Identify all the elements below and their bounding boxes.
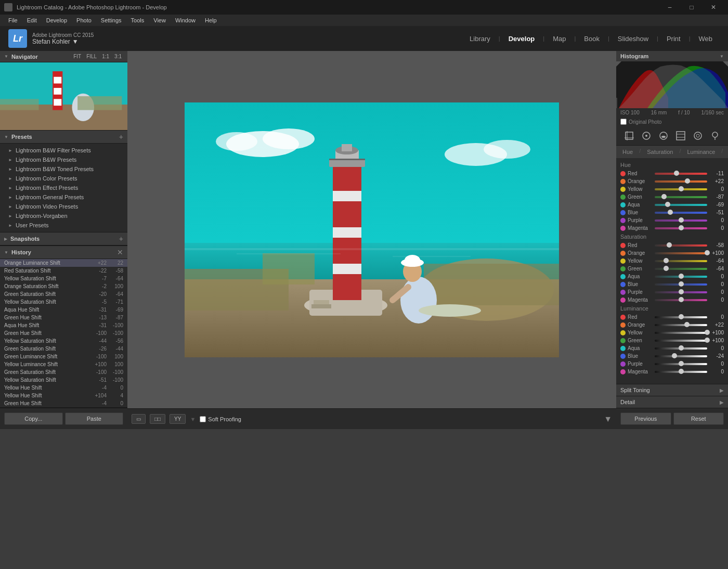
hsl-saturation-orange-slider[interactable] <box>655 252 707 254</box>
detail-header[interactable]: Detail ▶ <box>616 396 728 408</box>
menu-file[interactable]: File <box>4 16 22 24</box>
preset-vorgaben[interactable]: ► Lightroom-Vorgaben <box>0 211 127 221</box>
hsl-hue-magenta-thumb[interactable] <box>679 225 684 230</box>
hsl-luminance-yellow-thumb[interactable] <box>705 330 710 335</box>
hsl-luminance-orange-dot[interactable] <box>620 322 626 328</box>
hsl-hue-red-dot[interactable] <box>620 171 626 176</box>
menu-view[interactable]: View <box>149 16 170 24</box>
hsl-saturation-red-thumb[interactable] <box>667 242 672 248</box>
soft-proofing-toggle[interactable]: Soft Proofing <box>200 416 241 422</box>
history-item-17[interactable]: Yellow Hue Shift +104 4 <box>0 392 127 399</box>
hsl-hue-aqua-dot[interactable] <box>620 202 626 208</box>
hsl-tab-luminance[interactable]: Luminance <box>685 148 717 156</box>
split-toning-header[interactable]: Split Toning ▶ <box>616 384 728 396</box>
hsl-saturation-aqua-slider[interactable] <box>655 276 707 278</box>
presets-add-button[interactable]: + <box>119 133 123 141</box>
history-item-11[interactable]: Green Saturation Shift -26 -44 <box>0 345 127 353</box>
hsl-luminance-orange-slider[interactable] <box>655 324 707 326</box>
navigator-thumbnail[interactable] <box>0 62 127 130</box>
hsl-tab-hue[interactable]: Hue <box>620 148 635 156</box>
snapshots-header[interactable]: ▶ Snapshots + <box>0 232 127 245</box>
hsl-hue-blue-slider[interactable] <box>655 212 707 214</box>
hsl-luminance-purple-dot[interactable] <box>620 361 626 367</box>
tab-print[interactable]: Print <box>659 33 688 45</box>
hsl-hue-purple-thumb[interactable] <box>679 217 684 223</box>
hsl-luminance-purple-slider[interactable] <box>655 363 707 365</box>
adjustment-brush-tool[interactable] <box>708 130 722 142</box>
zoom-fill-btn[interactable]: FILL <box>85 53 98 60</box>
preset-video[interactable]: ► Lightroom Video Presets <box>0 202 127 211</box>
hsl-luminance-yellow-slider[interactable] <box>655 332 707 334</box>
tab-web[interactable]: Web <box>692 33 720 45</box>
hsl-saturation-purple-thumb[interactable] <box>679 289 684 294</box>
hsl-hue-green-dot[interactable] <box>620 195 626 200</box>
history-item-5[interactable]: Yellow Saturation Shift -5 -71 <box>0 298 127 306</box>
previous-button[interactable]: Previous <box>620 412 671 425</box>
hsl-hue-green-slider[interactable] <box>655 196 707 198</box>
preset-user[interactable]: ► User Presets <box>0 221 127 230</box>
history-item-1[interactable]: Red Saturation Shift -22 -58 <box>0 267 127 275</box>
zoom-1to1-btn[interactable]: 1:1 <box>100 53 111 60</box>
hsl-hue-aqua-thumb[interactable] <box>665 202 670 207</box>
hsl-hue-orange-slider[interactable] <box>655 180 707 183</box>
menu-tools[interactable]: Tools <box>127 16 149 24</box>
hsl-hue-purple-slider[interactable] <box>655 219 707 222</box>
spot-removal-tool[interactable] <box>639 130 654 142</box>
original-photo-toggle[interactable]: Original Photo <box>616 117 728 126</box>
crop-overlay-tool[interactable] <box>622 130 636 142</box>
hsl-saturation-purple-slider[interactable] <box>655 291 707 293</box>
hsl-hue-red-slider[interactable] <box>655 173 707 175</box>
hsl-tab-saturation[interactable]: Saturation <box>645 148 675 156</box>
hsl-hue-orange-thumb[interactable] <box>685 178 690 184</box>
radial-filter-tool[interactable] <box>691 130 705 142</box>
red-eye-correction-tool[interactable] <box>656 130 671 142</box>
hsl-luminance-green-slider[interactable] <box>655 340 707 342</box>
hsl-luminance-green-thumb[interactable] <box>705 338 710 343</box>
hsl-luminance-aqua-dot[interactable] <box>620 346 626 351</box>
compare-view-btn[interactable]: YY <box>170 414 186 424</box>
history-item-15[interactable]: Yellow Saturation Shift -51 -100 <box>0 376 127 384</box>
history-close-button[interactable]: ✕ <box>117 248 123 256</box>
hsl-saturation-aqua-dot[interactable] <box>620 274 626 279</box>
history-item-0[interactable]: Orange Luminance Shift +22 22 <box>0 259 127 267</box>
preset-bw-filter[interactable]: ► Lightroom B&W Filter Presets <box>0 146 127 155</box>
history-item-4[interactable]: Green Saturation Shift -20 -64 <box>0 290 127 298</box>
hsl-luminance-magenta-slider[interactable] <box>655 371 707 373</box>
menu-window[interactable]: Window <box>171 16 200 24</box>
hsl-luminance-blue-slider[interactable] <box>655 355 707 357</box>
hsl-luminance-red-thumb[interactable] <box>679 314 684 319</box>
hsl-saturation-green-thumb[interactable] <box>664 266 669 271</box>
reset-button[interactable]: Reset <box>673 412 724 425</box>
hsl-saturation-red-slider[interactable] <box>655 244 707 247</box>
hsl-hue-yellow-dot[interactable] <box>620 187 626 192</box>
preset-general[interactable]: ► Lightroom General Presets <box>0 192 127 202</box>
hsl-luminance-magenta-dot[interactable] <box>620 369 626 374</box>
snapshots-add-button[interactable]: + <box>119 235 123 243</box>
tab-slideshow[interactable]: Slideshow <box>610 33 656 45</box>
hsl-hue-magenta-slider[interactable] <box>655 227 707 229</box>
hsl-luminance-blue-dot[interactable] <box>620 354 626 359</box>
hsl-luminance-aqua-thumb[interactable] <box>679 345 684 351</box>
history-item-18[interactable]: Green Hue Shift -4 0 <box>0 399 127 407</box>
history-item-14[interactable]: Green Saturation Shift -100 -100 <box>0 368 127 376</box>
hsl-luminance-magenta-thumb[interactable] <box>679 369 684 374</box>
hsl-hue-blue-thumb[interactable] <box>668 210 673 215</box>
zoom-3to1-btn[interactable]: 3:1 <box>113 53 123 60</box>
hsl-saturation-green-dot[interactable] <box>620 266 626 271</box>
hsl-saturation-red-dot[interactable] <box>620 243 626 248</box>
menu-edit[interactable]: Edit <box>23 16 41 24</box>
history-item-16[interactable]: Yellow Hue Shift -4 0 <box>0 384 127 392</box>
hsl-luminance-red-slider[interactable] <box>655 316 707 318</box>
hsl-hue-yellow-thumb[interactable] <box>679 186 684 191</box>
tab-library[interactable]: Library <box>462 33 498 45</box>
minimize-button[interactable]: – <box>659 0 680 15</box>
hsl-luminance-aqua-slider[interactable] <box>655 347 707 350</box>
history-item-13[interactable]: Yellow Luminance Shift +100 100 <box>0 360 127 368</box>
hsl-hue-orange-dot[interactable] <box>620 179 626 184</box>
history-item-8[interactable]: Aqua Hue Shift -31 -100 <box>0 321 127 329</box>
hsl-saturation-purple-dot[interactable] <box>620 290 626 295</box>
hsl-saturation-blue-dot[interactable] <box>620 282 626 287</box>
menu-settings[interactable]: Settings <box>97 16 126 24</box>
hsl-luminance-purple-thumb[interactable] <box>679 361 684 366</box>
history-item-7[interactable]: Green Hue Shift -13 -87 <box>0 314 127 321</box>
